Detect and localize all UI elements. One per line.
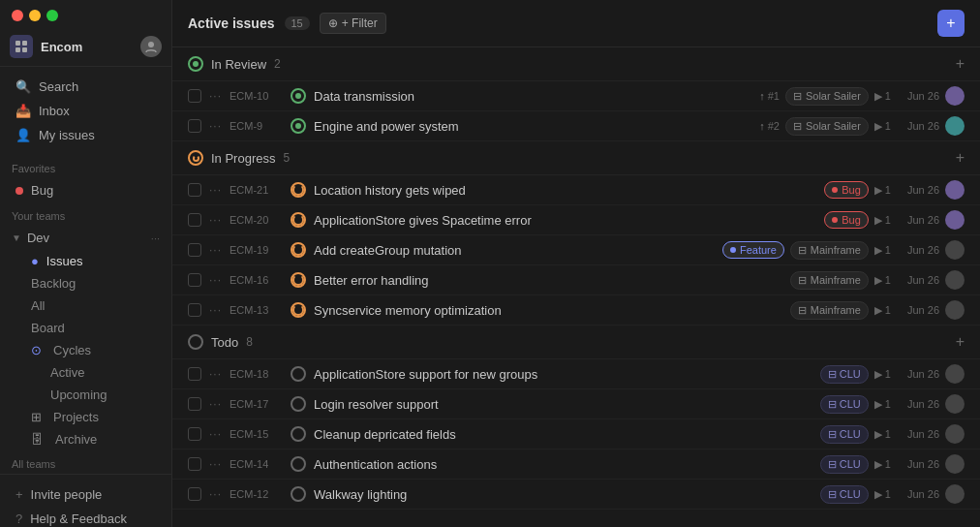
sidebar-item-bug[interactable]: Bug <box>4 178 168 202</box>
issue-checkbox[interactable] <box>188 303 201 317</box>
app-logo <box>10 35 33 58</box>
table-row[interactable]: ··· ECM-18 ApplicationStore support for … <box>172 359 980 389</box>
table-row[interactable]: ··· ECM-21 Location history gets wiped B… <box>172 175 980 205</box>
milestone-tag: ⊟ Solar Sailer <box>785 117 869 136</box>
issue-menu-icon[interactable]: ··· <box>209 183 222 197</box>
issue-title: ApplicationStore gives Spacetime error <box>314 213 816 228</box>
sidebar-item-invite[interactable]: + Invite people <box>4 482 168 507</box>
issue-checkbox[interactable] <box>188 183 201 197</box>
table-row[interactable]: ··· ECM-12 Walkway lighting ⊟ CLU ▶ 1 Ju… <box>172 480 980 510</box>
user-avatar[interactable] <box>140 36 162 57</box>
date-tag: Jun 26 <box>897 184 939 196</box>
milestone-tag: ⊟ Mainframe <box>790 301 869 320</box>
issue-id: ECM-16 <box>230 274 283 286</box>
table-row[interactable]: ··· ECM-10 Data transmission ↑ #1 ⊟ Sola… <box>172 81 980 111</box>
issue-tags: Bug ▶ 1 Jun 26 <box>824 180 965 200</box>
issue-title: Add createGroup mutation <box>314 243 715 258</box>
issue-menu-icon[interactable]: ··· <box>209 427 222 441</box>
sidebar-item-cycles[interactable]: ⊙ Cycles <box>19 339 168 361</box>
table-row[interactable]: ··· ECM-19 Add createGroup mutation Feat… <box>172 235 980 265</box>
issue-menu-icon[interactable]: ··· <box>209 213 222 227</box>
window-controls <box>0 0 171 27</box>
issue-menu-icon[interactable]: ··· <box>209 367 222 381</box>
milestone-icon: ⊟ <box>798 304 807 317</box>
minimize-button[interactable] <box>29 10 41 21</box>
table-row[interactable]: ··· ECM-17 Login resolver support ⊟ CLU … <box>172 389 980 419</box>
table-row[interactable]: ··· ECM-13 Syncservice memory optimizati… <box>172 295 980 326</box>
avatar <box>945 240 965 260</box>
team-options-icon[interactable]: ··· <box>151 232 160 244</box>
estimate-tag: ▶ 1 <box>874 488 891 501</box>
milestone-icon: ⊟ <box>793 90 802 103</box>
issue-checkbox[interactable] <box>188 273 201 287</box>
close-button[interactable] <box>12 10 23 21</box>
group-in-progress-add[interactable]: + <box>956 149 965 167</box>
issue-menu-icon[interactable]: ··· <box>209 303 222 317</box>
issue-checkbox[interactable] <box>188 427 201 441</box>
issue-menu-icon[interactable]: ··· <box>209 89 222 103</box>
in-review-status-icon <box>188 56 203 72</box>
sidebar-item-help[interactable]: ? Help & Feedback <box>4 507 168 527</box>
issue-menu-icon[interactable]: ··· <box>209 397 222 411</box>
sidebar-bottom: + Invite people ? Help & Feedback <box>0 474 171 527</box>
sidebar-item-search[interactable]: 🔍 Search <box>4 75 168 99</box>
issue-menu-icon[interactable]: ··· <box>209 119 222 133</box>
team-header-dev[interactable]: ▼ Dev ··· <box>0 226 171 250</box>
team-name: Dev <box>27 231 49 245</box>
table-row[interactable]: ··· ECM-15 Cleanup depricated fields ⊟ C… <box>172 419 980 450</box>
avatar <box>945 116 965 136</box>
sidebar-item-inbox[interactable]: 📥 Inbox <box>4 99 168 123</box>
bug-tag: Bug <box>824 181 869 199</box>
issue-menu-icon[interactable]: ··· <box>209 487 222 501</box>
sidebar-item-active[interactable]: Active <box>39 361 168 384</box>
page-title: Active issues <box>188 16 275 31</box>
issue-menu-icon[interactable]: ··· <box>209 273 222 287</box>
estimate-tag: ▶ 1 <box>874 398 891 411</box>
table-row[interactable]: ··· ECM-16 Better error handling ⊟ Mainf… <box>172 265 980 295</box>
sidebar-item-board[interactable]: Board <box>19 317 168 339</box>
date-tag: Jun 26 <box>897 488 939 500</box>
bug-tag: Bug <box>824 211 869 229</box>
sidebar-item-projects[interactable]: ⊞ Projects <box>19 406 168 428</box>
issue-menu-icon[interactable]: ··· <box>209 243 222 257</box>
issue-tags: ⊟ CLU ▶ 1 Jun 26 <box>820 484 965 504</box>
app-title: Encom <box>41 40 133 54</box>
projects-icon: ⊞ <box>31 410 42 424</box>
sidebar-item-backlog[interactable]: Backlog <box>19 272 168 294</box>
avatar <box>945 364 965 384</box>
bug-dot-icon <box>15 187 23 195</box>
issue-id: ECM-19 <box>230 244 283 256</box>
issue-checkbox[interactable] <box>188 243 201 257</box>
sidebar-item-all[interactable]: All <box>19 294 168 317</box>
group-in-review-add[interactable]: + <box>956 55 965 73</box>
date-tag: Jun 26 <box>897 214 939 226</box>
issue-checkbox[interactable] <box>188 487 201 501</box>
milestone-tag: ⊟ Mainframe <box>790 271 869 290</box>
table-row[interactable]: ··· ECM-20 ApplicationStore gives Spacet… <box>172 205 980 235</box>
sidebar-item-upcoming[interactable]: Upcoming <box>39 384 168 406</box>
filter-button[interactable]: ⊕ + Filter <box>320 13 386 34</box>
group-in-review-title: In Review <box>211 57 266 72</box>
issue-checkbox[interactable] <box>188 89 201 103</box>
group-todo-title: Todo <box>211 335 238 350</box>
issue-checkbox[interactable] <box>188 457 201 471</box>
table-row[interactable]: ··· ECM-9 Engine and power system ↑ #2 ⊟… <box>172 111 980 141</box>
table-row[interactable]: ··· ECM-14 Authentication actions ⊟ CLU … <box>172 450 980 480</box>
issue-checkbox[interactable] <box>188 397 201 411</box>
issue-menu-icon[interactable]: ··· <box>209 457 222 471</box>
sidebar-item-my-issues[interactable]: 👤 My issues <box>4 123 168 147</box>
issue-tags: Bug ▶ 1 Jun 26 <box>824 210 965 230</box>
chevron-down-icon: ▼ <box>12 232 21 243</box>
sidebar-item-help-label: Help & Feedback <box>30 512 127 526</box>
sidebar-item-archive[interactable]: 🗄 Archive <box>19 428 168 450</box>
issue-checkbox[interactable] <box>188 367 201 381</box>
issue-checkbox[interactable] <box>188 119 201 133</box>
group-todo-add[interactable]: + <box>956 333 965 351</box>
add-issue-button[interactable]: + <box>937 10 965 37</box>
maximize-button[interactable] <box>46 10 58 21</box>
svg-rect-2 <box>15 47 20 52</box>
priority-icon: ↑ <box>759 120 765 132</box>
sidebar-item-bug-label: Bug <box>31 183 53 198</box>
issue-checkbox[interactable] <box>188 213 201 227</box>
sidebar-item-issues[interactable]: ● Issues <box>19 250 168 272</box>
